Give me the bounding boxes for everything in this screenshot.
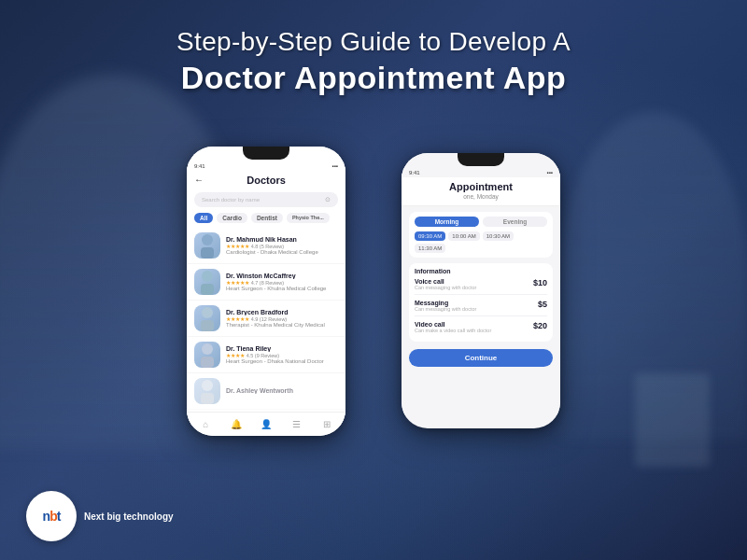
doctor-stars-3: ★★★★★ 4.9 (12 Review): [226, 315, 338, 322]
doctor-name-4: Dr. Tiena Riley: [226, 345, 338, 352]
search-bar[interactable]: Search doctor by name ⊙: [194, 192, 338, 207]
time-slot-1030[interactable]: 10:30 AM: [483, 231, 514, 241]
service-video-desc: Can make a video call with doctor: [415, 328, 491, 333]
phones-container: 9:41 ▪▪▪ ← Doctors Search doctor by name…: [168, 119, 579, 436]
svg-rect-9: [201, 393, 214, 404]
nav-bell-icon[interactable]: 🔔: [229, 416, 244, 423]
logo-circle: nbt: [26, 491, 77, 541]
signal-right: ▪▪▪: [547, 170, 553, 175]
search-placeholder: Search doctor by name: [202, 197, 260, 203]
time-right: 9:41: [409, 170, 420, 175]
time-slot-1130[interactable]: 11:30 AM: [415, 244, 445, 253]
svg-point-6: [202, 343, 213, 355]
svg-point-0: [202, 234, 213, 245]
svg-point-8: [202, 380, 213, 391]
logo-letters: nbt: [43, 509, 61, 524]
doctor-item[interactable]: Dr. Winston McCaffrey ★★★★★ 4.7 (8 Revie…: [187, 264, 345, 301]
filter-all[interactable]: All: [194, 213, 213, 223]
main-content: Step-by-Step Guide to Develop A Doctor A…: [0, 0, 747, 560]
doctor-item[interactable]: Dr. Mahmud Nik Hasan ★★★★★ 4.8 (5 Review…: [187, 228, 345, 264]
filter-physio[interactable]: Physio The...: [287, 213, 330, 223]
phone-notch-left: [243, 147, 289, 160]
service-item-messaging: Messaging Can messaging with doctor $5: [415, 300, 547, 316]
phone-doctors: 9:41 ▪▪▪ ← Doctors Search doctor by name…: [187, 147, 345, 436]
signal-icons: ▪▪▪: [332, 163, 338, 169]
doctor-info-1: Dr. Mahmud Nik Hasan ★★★★★ 4.8 (5 Review…: [226, 236, 338, 255]
logo-text-block: Next big technology: [84, 511, 174, 523]
nav-person-icon[interactable]: 👤: [259, 416, 274, 423]
service-messaging-left: Messaging Can messaging with doctor: [415, 300, 476, 312]
doctor-specialty-3: Therapist - Khulna Medical City Medical: [226, 322, 338, 328]
service-video-price: $20: [533, 321, 547, 330]
filter-dentist[interactable]: Dentist: [251, 213, 283, 223]
nav-home-icon[interactable]: ⌂: [198, 416, 213, 423]
time-slots: 09:30 AM 10:00 AM 10:30 AM 11:30 AM: [415, 231, 547, 253]
time-slot-0930[interactable]: 09:30 AM: [415, 231, 445, 241]
headline-line1: Step-by-Step Guide to Develop A: [176, 26, 571, 58]
time-tab-evening[interactable]: Evening: [483, 217, 547, 227]
time-tab-morning[interactable]: Morning: [415, 217, 479, 227]
doctor-avatar-2: [194, 269, 220, 295]
filter-tabs: All Cardio Dentist Physio The...: [187, 210, 345, 226]
svg-point-2: [202, 271, 213, 282]
appointment-date: one, Monday: [409, 193, 553, 200]
svg-point-4: [202, 307, 213, 318]
doctor-avatar-1: [194, 232, 220, 259]
doctor-name-5: Dr. Ashley Wentworth: [226, 387, 338, 394]
service-video-left: Video call Can make a video call with do…: [415, 321, 491, 333]
search-icon: ⊙: [325, 196, 331, 203]
time-left: 9:41: [194, 163, 205, 169]
doctor-name-3: Dr. Brycen Bradford: [226, 309, 338, 315]
service-messaging-desc: Can messaging with doctor: [415, 306, 476, 312]
logo-b: b: [49, 509, 57, 524]
doctor-avatar-5: [194, 378, 220, 404]
doctor-item[interactable]: Dr. Ashley Wentworth: [187, 373, 345, 410]
time-tabs: Morning Evening: [415, 217, 547, 227]
service-messaging-name: Messaging: [415, 300, 476, 306]
info-section: Information Voice call Can messaging wit…: [409, 263, 553, 342]
doctor-list: Dr. Mahmud Nik Hasan ★★★★★ 4.8 (5 Review…: [187, 226, 345, 412]
service-video-name: Video call: [415, 321, 491, 328]
nav-grid-icon[interactable]: ⊞: [319, 416, 334, 423]
logo-container: nbt Next big technology: [26, 491, 174, 541]
time-slot-1000[interactable]: 10:00 AM: [448, 231, 479, 241]
doctor-specialty-2: Heart Surgeon - Khulna Medical College: [226, 286, 338, 291]
appointment-title: Appointment: [409, 181, 553, 192]
continue-button[interactable]: Continue: [409, 349, 553, 367]
phone-appointment: 9:41 ▪▪▪ Appointment one, Monday Morning…: [402, 153, 560, 428]
service-voice-desc: Can messaging with doctor: [415, 285, 476, 290]
doctor-avatar-4: [194, 342, 220, 368]
svg-rect-1: [201, 247, 214, 259]
doctor-stars-2: ★★★★★ 4.7 (8 Review): [226, 279, 338, 286]
svg-rect-7: [201, 357, 214, 368]
service-item-voice: Voice call Can messaging with doctor $10: [415, 278, 547, 295]
nav-list-icon[interactable]: ☰: [289, 416, 303, 423]
doctor-info-3: Dr. Brycen Bradford ★★★★★ 4.9 (12 Review…: [226, 309, 338, 328]
back-arrow-icon[interactable]: ←: [194, 175, 204, 185]
appointment-header: Appointment one, Monday: [402, 177, 560, 206]
phone-notch-right: [458, 153, 504, 166]
svg-rect-5: [201, 320, 214, 331]
screen-title-left: Doctors: [211, 175, 321, 186]
doctor-stars-1: ★★★★★ 4.8 (5 Review): [226, 243, 338, 249]
doctor-item[interactable]: Dr. Tiena Riley ★★★★ 4.5 (9 Review) Hear…: [187, 337, 345, 373]
screen-header-left: ← Doctors: [187, 171, 345, 189]
service-voice-name: Voice call: [415, 278, 476, 285]
logo-t: t: [57, 509, 61, 524]
filter-cardio[interactable]: Cardio: [217, 213, 247, 223]
doctor-specialty-1: Cardiologist - Dhaka Medical College: [226, 249, 338, 255]
time-section: Morning Evening 09:30 AM 10:00 AM 10:30 …: [409, 212, 553, 258]
doctor-specialty-4: Heart Surgeon - Dhaka National Doctor: [226, 358, 338, 364]
doctor-name-1: Dr. Mahmud Nik Hasan: [226, 236, 338, 243]
doctor-item[interactable]: Dr. Brycen Bradford ★★★★★ 4.9 (12 Review…: [187, 301, 345, 337]
service-item-video: Video call Can make a video call with do…: [415, 321, 547, 337]
doctor-info-5: Dr. Ashley Wentworth: [226, 387, 338, 394]
doctor-avatar-3: [194, 305, 220, 331]
logo-company-name: Next big technology: [84, 511, 174, 523]
service-voice-left: Voice call Can messaging with doctor: [415, 278, 476, 290]
doctor-info-4: Dr. Tiena Riley ★★★★ 4.5 (9 Review) Hear…: [226, 345, 338, 364]
status-bar-left: 9:41 ▪▪▪: [187, 160, 345, 171]
doctor-info-2: Dr. Winston McCaffrey ★★★★★ 4.7 (8 Revie…: [226, 273, 338, 291]
appointment-screen: 9:41 ▪▪▪ Appointment one, Monday Morning…: [402, 153, 560, 415]
service-voice-price: $10: [533, 278, 547, 287]
